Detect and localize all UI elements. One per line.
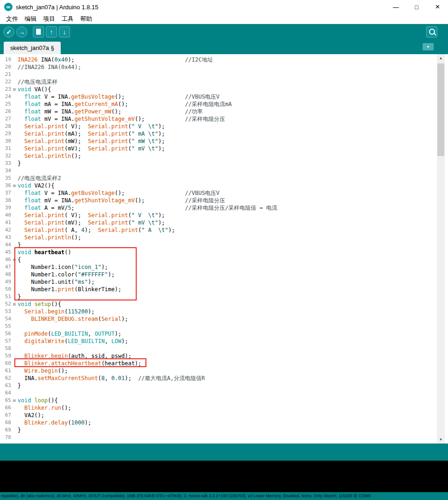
maximize-button[interactable]: □	[406, 0, 427, 14]
verify-button[interactable]: ✓	[3, 26, 14, 38]
menu-sketch[interactable]: 项目	[40, 15, 58, 23]
code-text: void setup(){	[18, 300, 61, 308]
line-number: 42	[0, 226, 11, 234]
code-text: void VA2(){	[18, 182, 54, 189]
fold-marker-icon[interactable]: ⊟	[11, 86, 18, 93]
line-number: 66	[0, 404, 11, 412]
open-sketch-button[interactable]: ↑	[46, 26, 57, 38]
code-line: 23⊟void VA(){	[0, 86, 448, 93]
code-text: Blinker.run();	[18, 404, 71, 412]
code-text: void loop(){	[18, 397, 58, 404]
line-number: 38	[0, 197, 11, 204]
line-number: 27	[0, 115, 11, 123]
fold-gutter	[11, 360, 18, 367]
line-number: 19	[0, 56, 11, 63]
fold-gutter	[11, 219, 18, 226]
scrollbar-thumb[interactable]	[437, 63, 444, 156]
new-sketch-button[interactable]	[33, 26, 44, 38]
fold-marker-icon[interactable]: ⊟	[11, 300, 18, 308]
fold-gutter	[11, 426, 18, 434]
code-text: float mW = INA.getPower_mW(); //功率	[18, 108, 203, 115]
code-line: 22//电压电流采样	[0, 78, 448, 86]
menu-edit[interactable]: 编辑	[21, 15, 40, 23]
line-number: 63	[0, 382, 11, 389]
fold-marker-icon[interactable]: ⊟	[11, 182, 18, 189]
close-icon: ×	[435, 2, 440, 12]
fold-gutter	[11, 271, 18, 278]
code-text: float V = INA.getBusVoltage(); //VBUS电压V	[18, 93, 220, 100]
code-text: VA2();	[18, 412, 44, 419]
menu-help[interactable]: 帮助	[77, 15, 95, 23]
fold-gutter	[11, 352, 18, 360]
minimize-button[interactable]: —	[385, 0, 406, 14]
message-area	[0, 444, 448, 461]
fold-gutter	[11, 71, 18, 78]
code-line: 38 float mV = INA.getShuntVoltage_mV(); …	[0, 197, 448, 204]
code-text: Serial.println();	[18, 152, 81, 160]
fold-gutter	[11, 375, 18, 382]
code-line: 61 Wire.begin();	[0, 367, 448, 375]
code-text: Serial.print( V); Serial.print(" V \t");	[18, 123, 165, 130]
fold-gutter	[11, 293, 18, 300]
line-number: 30	[0, 138, 11, 145]
scroll-up-button[interactable]: ▲	[437, 54, 445, 62]
scroll-down-button[interactable]: ▼	[437, 436, 445, 444]
line-number: 31	[0, 145, 11, 152]
fold-gutter	[11, 367, 18, 375]
code-text: //INA226 INA(0x44);	[18, 63, 81, 71]
fold-marker-icon[interactable]: ⊟	[11, 256, 18, 263]
line-number: 25	[0, 100, 11, 108]
fold-gutter	[11, 249, 18, 256]
editor-surface[interactable]: 19INA226 INA(0x40); //I2C地址20//INA226 IN…	[0, 54, 448, 444]
code-text: float mV = INA.getShuntVoltage_mV(); //采…	[18, 197, 225, 204]
line-number: 29	[0, 130, 11, 138]
code-text: Serial.print(mW); Serial.print(" mW \t")…	[18, 138, 165, 145]
maximize-icon: □	[415, 4, 419, 11]
code-line: 31 Serial.print(mV); Serial.print(" mV \…	[0, 145, 448, 152]
code-line: 66 Blinker.run();	[0, 404, 448, 412]
tab-sketch-jan07a[interactable]: sketch_jan07a §	[4, 42, 61, 54]
line-number: 62	[0, 375, 11, 382]
code-line: 68 Blinker.delay(1000);	[0, 419, 448, 426]
menu-bar: 文件 编辑 项目 工具 帮助	[0, 14, 448, 24]
fold-marker-icon[interactable]: ⊟	[11, 397, 18, 404]
close-button[interactable]: ×	[427, 0, 448, 14]
code-line: 62 INA.setMaxCurrentShunt(8, 0.01); //最大…	[0, 375, 448, 382]
menu-file[interactable]: 文件	[3, 15, 21, 23]
upload-button[interactable]: →	[16, 26, 27, 38]
line-number: 40	[0, 212, 11, 219]
serial-monitor-button[interactable]	[426, 26, 437, 38]
code-text: float V = INA.getBusVoltage(); //VBUS电压V	[18, 189, 220, 197]
line-number: 24	[0, 93, 11, 100]
line-number: 58	[0, 345, 11, 352]
fold-gutter	[11, 382, 18, 389]
save-sketch-button[interactable]: ↓	[59, 26, 70, 38]
editor-scrollbar[interactable]: ▲ ▼	[437, 54, 445, 444]
code-text: }	[18, 241, 21, 249]
line-number: 56	[0, 330, 11, 338]
title-bar: ∞ sketch_jan07a | Arduino 1.8.15 — □ ×	[0, 0, 448, 14]
code-text: Serial.print(mV); Serial.print(" mV \t")…	[18, 219, 165, 226]
code-text: Number1.unit("ms");	[18, 278, 95, 286]
tab-list-dropdown-button[interactable]: ▼	[423, 43, 434, 50]
code-text: }	[18, 426, 21, 434]
code-lines: 19INA226 INA(0x40); //I2C地址20//INA226 IN…	[0, 54, 448, 441]
line-number: 51	[0, 293, 11, 300]
code-text: Serial.println();	[18, 234, 81, 241]
code-text: }	[18, 293, 21, 300]
code-line: 20//INA226 INA(0x44);	[0, 63, 448, 71]
code-line: 53 Serial.begin(115200);	[0, 308, 448, 315]
fold-gutter	[11, 389, 18, 397]
fold-gutter	[11, 197, 18, 204]
code-text: Number1.color("#FFFFFF");	[18, 271, 115, 278]
code-text: float A = mV/5; //采样电阻分压/采样电阻值 = 电流	[18, 204, 278, 212]
status-bar: mpatible), dtr (aka nodemcu), 26 MHz, 40…	[0, 492, 448, 500]
code-line: 46⊟{	[0, 256, 448, 263]
fold-gutter	[11, 434, 18, 441]
code-text: }	[18, 382, 21, 389]
code-line: 64	[0, 389, 448, 397]
menu-tools[interactable]: 工具	[58, 15, 77, 23]
fold-gutter	[11, 160, 18, 167]
line-number: 39	[0, 204, 11, 212]
line-number: 43	[0, 234, 11, 241]
